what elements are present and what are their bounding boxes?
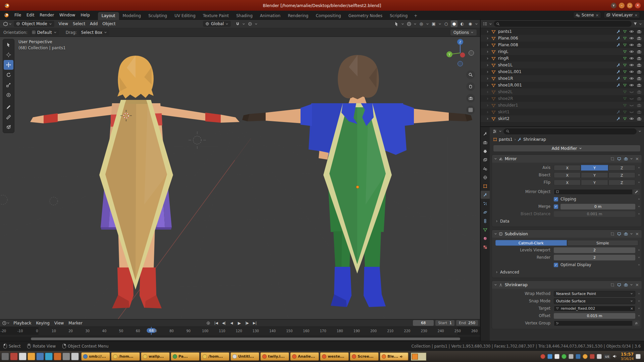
edit-mode-display-toggle[interactable] bbox=[610, 232, 615, 236]
advanced-subpanel-header[interactable]: Advanced bbox=[492, 268, 642, 276]
filter-icon[interactable] bbox=[633, 22, 637, 26]
overlays-icon[interactable]: ◎ bbox=[418, 20, 425, 27]
offset-field[interactable]: 0.015 m bbox=[554, 313, 635, 319]
data-subpanel-header[interactable]: Data bbox=[492, 218, 642, 225]
bisect-y-button[interactable]: Y bbox=[581, 172, 608, 178]
tray-icon-9[interactable] bbox=[597, 354, 602, 359]
play-reverse-button[interactable]: ◀ bbox=[228, 320, 235, 326]
realtime-display-toggle[interactable] bbox=[616, 283, 622, 287]
tool-scale[interactable] bbox=[4, 80, 13, 90]
render-visibility-icon[interactable] bbox=[636, 43, 642, 47]
tray-icon-7[interactable] bbox=[583, 354, 588, 359]
subdivision-panel-header[interactable]: Subdivision × bbox=[492, 230, 642, 238]
3d-viewport[interactable]: User Perspective (68) Collection | pants… bbox=[0, 37, 480, 319]
properties-tab-tool[interactable] bbox=[481, 130, 490, 138]
render-visibility-icon[interactable] bbox=[636, 63, 642, 67]
target-object-field[interactable]: remodel_fixed.002 × bbox=[554, 306, 635, 311]
zoom-button[interactable] bbox=[466, 70, 475, 79]
camera-view-button[interactable] bbox=[466, 94, 475, 103]
tab-compositing[interactable]: Compositing bbox=[312, 12, 344, 20]
taskbar-window-Pa-[interactable]: Pa... bbox=[171, 352, 200, 361]
tool-cursor[interactable] bbox=[4, 50, 13, 60]
tab-texture-paint[interactable]: Texture Paint bbox=[199, 12, 232, 20]
desktop-pager[interactable] bbox=[411, 353, 426, 361]
launcher-icon-1[interactable] bbox=[1, 353, 9, 360]
tray-icon-8[interactable] bbox=[590, 354, 595, 359]
clear-target-icon[interactable]: × bbox=[630, 306, 633, 311]
viewport-menu-select[interactable]: Select bbox=[70, 20, 88, 28]
tray-icon-6[interactable] bbox=[576, 354, 581, 359]
vertex-group-field[interactable] bbox=[554, 320, 633, 326]
properties-tab-constraints[interactable] bbox=[481, 217, 490, 225]
render-visibility-icon[interactable] bbox=[636, 56, 642, 61]
eye-open-icon[interactable] bbox=[629, 83, 635, 87]
properties-tab-object[interactable] bbox=[481, 182, 490, 190]
jump-end-button[interactable]: ▶| bbox=[251, 320, 258, 326]
outliner-item-skirt2[interactable]: skirt2 bbox=[481, 115, 644, 122]
taskbar-window-twily-i-[interactable]: twily.i... bbox=[260, 352, 289, 361]
chevron-down-icon[interactable] bbox=[438, 22, 441, 25]
mirror-axis-x-button[interactable]: X bbox=[554, 165, 581, 171]
menu-help[interactable]: Help bbox=[78, 11, 92, 20]
render-display-toggle[interactable] bbox=[623, 232, 628, 236]
tab-animation[interactable]: Animation bbox=[256, 12, 284, 20]
render-visibility-icon[interactable] bbox=[636, 76, 642, 81]
orientation-setting-dropdown[interactable]: Default bbox=[30, 29, 59, 36]
expand-icon[interactable] bbox=[486, 30, 490, 33]
render-display-toggle[interactable] bbox=[623, 283, 628, 287]
unlink-scene-icon[interactable]: × bbox=[596, 13, 599, 17]
add-workspace-button[interactable]: + bbox=[411, 12, 420, 20]
current-frame-field[interactable]: 68 bbox=[413, 320, 434, 326]
window-maximize-button[interactable]: ▢ bbox=[627, 3, 633, 8]
eye-open-icon[interactable] bbox=[629, 36, 635, 41]
tool-select-box[interactable] bbox=[4, 40, 13, 50]
eye-open-icon[interactable] bbox=[629, 29, 635, 34]
add-modifier-button[interactable]: Add Modifier bbox=[493, 145, 641, 152]
eye-open-icon[interactable] bbox=[629, 63, 635, 67]
frame-end-field[interactable]: End250 bbox=[456, 320, 478, 326]
viewlayer-selector[interactable]: ViewLayer × bbox=[604, 12, 640, 18]
tool-add-cube[interactable] bbox=[4, 122, 13, 132]
taskbar-window-weste-[interactable]: weste... bbox=[320, 352, 349, 361]
outliner-item-ringR[interactable]: ringR bbox=[481, 55, 644, 62]
properties-tab-modifiers[interactable] bbox=[481, 191, 490, 199]
modifier-extras-menu[interactable] bbox=[630, 283, 633, 286]
eye-closed-icon[interactable] bbox=[629, 89, 635, 94]
launcher-icon-4[interactable] bbox=[28, 353, 35, 360]
mirror-axis-z-button[interactable]: Z bbox=[608, 165, 635, 171]
viewport-menu-view[interactable]: View bbox=[56, 20, 70, 28]
outliner-item-Plane.008[interactable]: Plane.008 bbox=[481, 42, 644, 48]
tab-uv-editing[interactable]: UV Editing bbox=[171, 12, 199, 20]
close-icon[interactable]: × bbox=[635, 282, 640, 287]
window-close-button[interactable]: × bbox=[635, 3, 641, 8]
transform-orientation-dropdown[interactable]: Global bbox=[203, 21, 231, 27]
simple-button[interactable]: Simple bbox=[567, 240, 639, 246]
flip-x-button[interactable]: X bbox=[554, 180, 581, 185]
properties-tab-view-layer[interactable] bbox=[481, 156, 490, 164]
breadcrumb-modifier[interactable]: Shrinkwrap bbox=[523, 137, 546, 142]
render-levels-field[interactable]: 2 bbox=[554, 255, 635, 260]
snap-magnet-toggle[interactable] bbox=[234, 20, 241, 27]
eye-closed-icon[interactable] bbox=[629, 103, 635, 108]
outliner-editor-icon[interactable] bbox=[483, 21, 487, 26]
properties-tab-scene[interactable] bbox=[481, 165, 490, 173]
wrap-method-dropdown[interactable]: Nearest Surface Point bbox=[554, 291, 635, 297]
outliner-item-shoe1R[interactable]: shoe1R bbox=[481, 75, 644, 82]
modifier-extras-menu[interactable] bbox=[630, 157, 633, 160]
timeline-menu-view[interactable]: View bbox=[52, 319, 66, 327]
timeline-editor-icon[interactable] bbox=[2, 321, 7, 325]
expand-icon[interactable] bbox=[486, 50, 490, 53]
tray-icon-1[interactable] bbox=[540, 354, 545, 359]
outliner-item-shoe2R[interactable]: shoe2R bbox=[481, 95, 644, 102]
edit-mode-display-toggle[interactable] bbox=[610, 283, 615, 287]
bisect-z-button[interactable]: Z bbox=[608, 172, 635, 178]
properties-search-input[interactable] bbox=[503, 128, 637, 134]
timeline-menu-playback[interactable]: Playback bbox=[11, 319, 34, 327]
invert-vertex-group-button[interactable] bbox=[633, 320, 640, 326]
flip-z-button[interactable]: Z bbox=[608, 180, 635, 185]
viewport-menu-add[interactable]: Add bbox=[88, 20, 100, 28]
close-icon[interactable]: × bbox=[635, 231, 640, 236]
tray-icon-2[interactable] bbox=[547, 354, 552, 359]
tab-rendering[interactable]: Rendering bbox=[284, 12, 312, 20]
clipping-checkbox[interactable]: ✓ bbox=[554, 197, 558, 201]
